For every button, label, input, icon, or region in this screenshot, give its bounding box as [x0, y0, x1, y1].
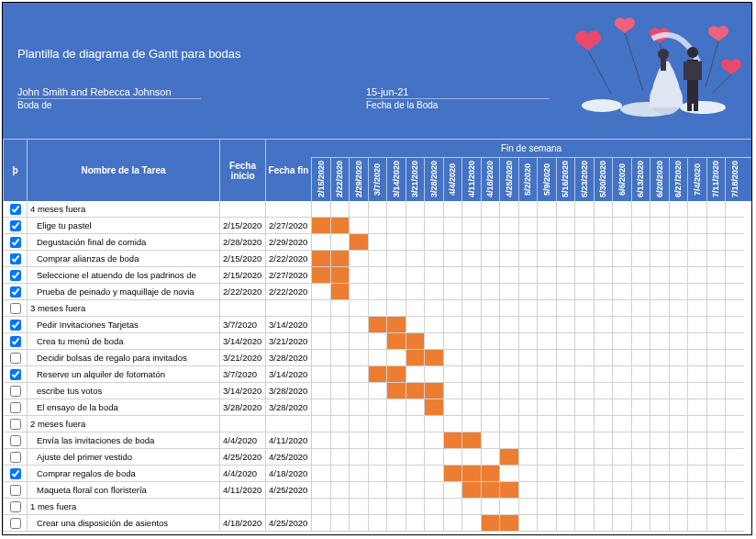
gantt-cell[interactable] — [556, 284, 575, 300]
gantt-cell[interactable] — [424, 284, 443, 300]
gantt-cell[interactable] — [687, 515, 706, 532]
gantt-cell[interactable] — [650, 466, 669, 482]
gantt-cell[interactable] — [631, 366, 650, 383]
gantt-cell[interactable] — [650, 333, 669, 350]
gantt-cell[interactable] — [537, 251, 556, 267]
gantt-cell[interactable] — [368, 366, 387, 383]
gantt-cell[interactable] — [725, 218, 744, 234]
gantt-cell[interactable] — [349, 499, 368, 515]
cell-start[interactable]: 3/21/2020 — [219, 350, 265, 366]
gantt-cell[interactable] — [537, 317, 556, 333]
gantt-cell[interactable] — [518, 234, 538, 251]
gantt-cell[interactable] — [687, 267, 706, 284]
gantt-cell[interactable] — [537, 432, 556, 449]
gantt-cell[interactable] — [650, 449, 669, 466]
gantt-cell[interactable] — [556, 449, 575, 466]
gantt-cell[interactable] — [461, 366, 481, 383]
cell-end[interactable]: 3/14/2020 — [265, 317, 311, 333]
gantt-cell[interactable] — [461, 218, 481, 234]
cell-start[interactable] — [219, 300, 265, 317]
gantt-cell[interactable] — [386, 499, 406, 515]
gantt-cell[interactable] — [330, 234, 350, 251]
gantt-cell[interactable] — [650, 383, 669, 399]
gantt-cell[interactable] — [631, 499, 650, 515]
gantt-cell[interactable] — [349, 383, 368, 399]
gantt-cell[interactable] — [594, 234, 613, 251]
gantt-cell[interactable] — [706, 515, 726, 532]
gantt-cell[interactable] — [725, 466, 744, 482]
gantt-cell[interactable] — [687, 482, 706, 499]
gantt-cell[interactable] — [537, 350, 556, 366]
gantt-cell[interactable] — [368, 350, 387, 366]
gantt-cell[interactable] — [687, 218, 706, 234]
cell-task[interactable]: 1 mes fuera — [27, 499, 219, 515]
task-checkbox[interactable] — [10, 320, 21, 331]
gantt-cell[interactable] — [461, 449, 481, 466]
gantt-cell[interactable] — [574, 366, 594, 383]
cell-start[interactable]: 2/22/2020 — [219, 284, 265, 300]
gantt-cell[interactable] — [669, 466, 688, 482]
gantt-cell[interactable] — [687, 201, 706, 218]
cell-end[interactable]: 2/29/2020 — [265, 234, 311, 251]
gantt-cell[interactable] — [612, 366, 631, 383]
gantt-cell[interactable] — [650, 284, 669, 300]
gantt-cell[interactable] — [518, 366, 538, 383]
gantt-cell[interactable] — [669, 300, 688, 317]
gantt-cell[interactable] — [706, 466, 726, 482]
gantt-cell[interactable] — [461, 300, 481, 317]
cell-end[interactable] — [265, 416, 311, 432]
gantt-cell[interactable] — [537, 267, 556, 284]
cell-task[interactable]: Prueba de peinado y maquillaje de novia — [27, 284, 219, 300]
gantt-cell[interactable] — [424, 300, 443, 317]
cell-start[interactable]: 3/28/2020 — [219, 399, 265, 416]
gantt-cell[interactable] — [461, 416, 481, 432]
gantt-cell[interactable] — [574, 383, 594, 399]
gantt-cell[interactable] — [386, 466, 406, 482]
gantt-cell[interactable] — [424, 366, 443, 383]
gantt-cell[interactable] — [574, 432, 594, 449]
gantt-cell[interactable] — [612, 466, 631, 482]
gantt-cell[interactable] — [669, 267, 688, 284]
gantt-cell[interactable] — [650, 300, 669, 317]
task-checkbox[interactable] — [10, 286, 21, 298]
gantt-cell[interactable] — [443, 416, 462, 432]
gantt-cell[interactable] — [424, 251, 443, 267]
gantt-cell[interactable] — [706, 482, 726, 499]
gantt-cell[interactable] — [368, 234, 387, 251]
cell-start[interactable]: 4/4/2020 — [219, 432, 265, 449]
cell-end[interactable]: 4/25/2020 — [265, 449, 311, 466]
gantt-cell[interactable] — [725, 482, 744, 499]
gantt-cell[interactable] — [669, 482, 688, 499]
gantt-cell[interactable] — [311, 466, 330, 482]
gantt-cell[interactable] — [574, 251, 594, 267]
gantt-cell[interactable] — [406, 234, 425, 251]
gantt-cell[interactable] — [574, 317, 594, 333]
gantt-cell[interactable] — [631, 267, 650, 284]
gantt-cell[interactable] — [669, 416, 688, 432]
gantt-cell[interactable] — [518, 466, 538, 482]
gantt-cell[interactable] — [725, 350, 744, 366]
gantt-cell[interactable] — [424, 449, 443, 466]
gantt-cell[interactable] — [461, 399, 481, 416]
cell-end[interactable]: 4/18/2020 — [265, 466, 311, 482]
gantt-cell[interactable] — [650, 251, 669, 267]
gantt-cell[interactable] — [311, 234, 330, 251]
gantt-cell[interactable] — [481, 482, 500, 499]
task-checkbox[interactable] — [10, 303, 21, 314]
gantt-cell[interactable] — [443, 399, 462, 416]
gantt-cell[interactable] — [424, 333, 443, 350]
gantt-cell[interactable] — [631, 234, 650, 251]
gantt-cell[interactable] — [612, 201, 631, 218]
gantt-cell[interactable] — [481, 449, 500, 466]
gantt-cell[interactable] — [406, 284, 425, 300]
gantt-cell[interactable] — [612, 267, 631, 284]
gantt-cell[interactable] — [443, 317, 462, 333]
gantt-cell[interactable] — [311, 251, 330, 267]
gantt-cell[interactable] — [687, 399, 706, 416]
gantt-cell[interactable] — [349, 251, 368, 267]
gantt-cell[interactable] — [406, 416, 425, 432]
gantt-cell[interactable] — [386, 416, 406, 432]
gantt-cell[interactable] — [537, 300, 556, 317]
gantt-cell[interactable] — [424, 317, 443, 333]
gantt-cell[interactable] — [706, 499, 726, 515]
